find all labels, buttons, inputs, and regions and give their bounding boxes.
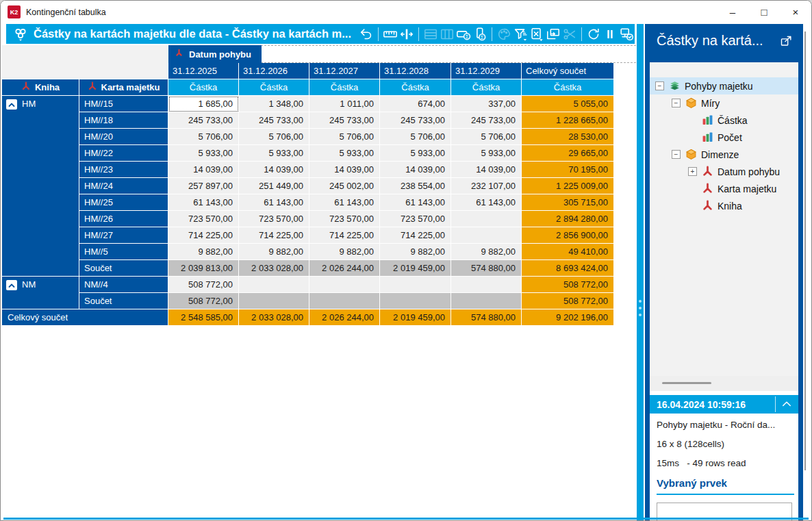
pivot-subtotal-cell[interactable]: 508 772,00 [168,293,239,309]
pivot-value-cell[interactable]: 5 706,00 [168,129,239,145]
pivot-row-header[interactable]: HM//20 [79,129,168,145]
pivot-value-cell[interactable]: 9 882,00 [168,244,239,260]
pivot-value-cell[interactable]: 723 570,00 [309,211,380,227]
pivot-total-cell[interactable]: 28 530,00 [522,129,614,145]
pivot-value-cell[interactable]: 1 011,00 [309,96,380,112]
pivot-column-header[interactable]: Celkový součet [522,63,614,79]
pivot-value-cell[interactable]: 245 002,00 [309,178,380,194]
pivot-total-cell[interactable]: 2 856 900,00 [522,227,614,244]
pivot-subtotal-cell[interactable] [309,293,380,309]
open-in-window-icon[interactable] [780,35,794,49]
pivot-measure-header[interactable]: Částka [239,79,309,96]
pivot-row-header[interactable]: HM//27 [79,227,168,244]
chevron-up-icon[interactable] [780,398,794,411]
pivot-row-header[interactable]: HM//22 [79,145,168,162]
expand-icon[interactable]: + [688,167,697,176]
pivot-value-cell[interactable]: 14 039,00 [380,162,451,178]
collapse-icon[interactable]: − [672,150,681,159]
pivot-value-cell[interactable]: 337,00 [451,96,522,112]
column-dimension-dropzone[interactable]: Datum pohybu [168,45,639,63]
column-totals-button[interactable]: Σ [472,25,488,43]
collapse-icon[interactable]: − [672,99,681,107]
pivot-column-header[interactable]: 31.12.2028 [380,63,451,79]
scrollbar-thumb[interactable] [662,382,711,384]
pivot-value-cell[interactable]: 245 733,00 [451,112,522,129]
collapse-icon[interactable]: − [655,81,664,90]
row-totals-button[interactable]: Σ [455,25,472,43]
pivot-value-cell[interactable]: 5 706,00 [380,129,451,145]
pivot-value-cell[interactable]: 61 143,00 [239,194,309,211]
excel-export-button[interactable] [529,25,545,43]
filter-button[interactable] [512,25,529,43]
pivot-value-cell[interactable]: 14 039,00 [451,162,522,178]
tree-horizontal-scrollbar[interactable] [650,376,798,391]
pivot-value-cell[interactable]: 257 897,00 [168,178,239,194]
pivot-measure-header[interactable]: Částka [168,79,239,96]
pivot-value-cell[interactable]: 9 882,00 [309,244,380,260]
pivot-total-cell[interactable]: 5 055,00 [522,96,614,112]
pivot-value-cell[interactable] [451,277,522,293]
pivot-row-header[interactable]: HM//5 [79,244,168,260]
pivot-group-cell[interactable]: HM [2,96,79,277]
pivot-value-cell[interactable] [451,211,522,227]
tree-item-m-ry[interactable]: −Míry [650,94,798,112]
pivot-row-header[interactable]: HM//18 [79,112,168,129]
sidebar-scrollbar-track[interactable] [804,31,806,470]
pivot-menu-icon[interactable] [10,25,31,43]
pivot-total-cell[interactable]: 508 772,00 [522,293,614,309]
pivot-value-cell[interactable]: 508 772,00 [168,277,239,293]
pivot-value-cell[interactable] [239,277,309,293]
pivot-value-cell[interactable]: 245 733,00 [168,112,239,129]
pivot-value-cell[interactable]: 245 733,00 [380,112,451,129]
pivot-value-cell[interactable] [309,277,380,293]
pivot-subtotal-cell[interactable]: 2 033 028,00 [239,260,309,277]
pivot-value-cell[interactable]: 5 933,00 [451,145,522,162]
pivot-grand-total-cell[interactable]: 2 019 459,00 [380,309,451,326]
pivot-subtotal-cell[interactable]: 2 026 244,00 [309,260,380,277]
pivot-subtotal-cell[interactable]: 2 019 459,00 [380,260,451,277]
pivot-value-cell[interactable]: 5 933,00 [239,145,309,162]
pivot-row-dimension-header[interactable]: Karta majetku [79,79,168,96]
pivot-total-cell[interactable]: 29 665,00 [522,145,614,162]
pivot-row-header[interactable]: HM//26 [79,211,168,227]
pivot-column-header[interactable]: 31.12.2029 [451,63,522,79]
pivot-row-header[interactable]: HM//15 [79,96,168,112]
pivot-measure-header[interactable]: Částka [451,79,522,96]
pivot-column-header[interactable]: 31.12.2026 [239,63,309,79]
pivot-total-cell[interactable]: 305 715,00 [522,194,614,211]
pivot-value-cell[interactable] [451,227,522,244]
pivot-value-cell[interactable]: 9 882,00 [239,244,309,260]
tree-item--stka[interactable]: Částka [650,112,798,129]
tree-item-po-et[interactable]: Počet [650,129,798,146]
pivot-value-cell[interactable]: 714 225,00 [380,227,451,244]
collapse-group-icon[interactable] [6,99,17,110]
pivot-total-cell[interactable]: 508 772,00 [522,277,614,293]
panel-splitter[interactable] [637,24,644,521]
pivot-value-cell[interactable]: 245 733,00 [239,112,309,129]
tree-item-kniha[interactable]: Kniha [650,197,798,214]
pivot-value-cell[interactable]: 5 933,00 [309,145,380,162]
pivot-row-header[interactable]: HM//24 [79,178,168,194]
pivot-measure-header[interactable]: Částka [309,79,380,96]
pivot-subtotal-cell[interactable] [380,293,451,309]
pivot-total-cell[interactable]: 2 894 280,00 [522,211,614,227]
pivot-measure-header[interactable]: Částka [380,79,451,96]
pivot-value-cell[interactable]: 1 348,00 [239,96,309,112]
refresh-button[interactable] [585,25,602,43]
pivot-subtotal-cell[interactable] [239,293,309,309]
pivot-grand-total-label[interactable]: Celkový součet [2,309,168,326]
pivot-value-cell[interactable]: 723 570,00 [380,211,451,227]
pivot-value-cell[interactable]: 14 039,00 [168,162,239,178]
pivot-value-cell[interactable]: 5 706,00 [451,129,522,145]
pivot-subtotal-cell[interactable]: 2 039 813,00 [168,260,239,277]
tree-item-datum-pohybu[interactable]: +Datum pohybu [650,163,798,180]
ruler-button[interactable] [382,25,398,43]
undo-button[interactable] [358,25,375,43]
pivot-value-cell[interactable]: 14 039,00 [239,162,309,178]
pivot-grand-total-cell[interactable]: 2 026 244,00 [309,309,380,326]
pivot-value-cell[interactable]: 1 685,00 [168,96,239,112]
pivot-value-cell[interactable]: 61 143,00 [168,194,239,211]
pivot-value-cell[interactable]: 245 733,00 [309,112,380,129]
pivot-grand-total-cell[interactable]: 2 033 028,00 [239,309,309,326]
pivot-measure-header[interactable]: Částka [522,79,614,96]
